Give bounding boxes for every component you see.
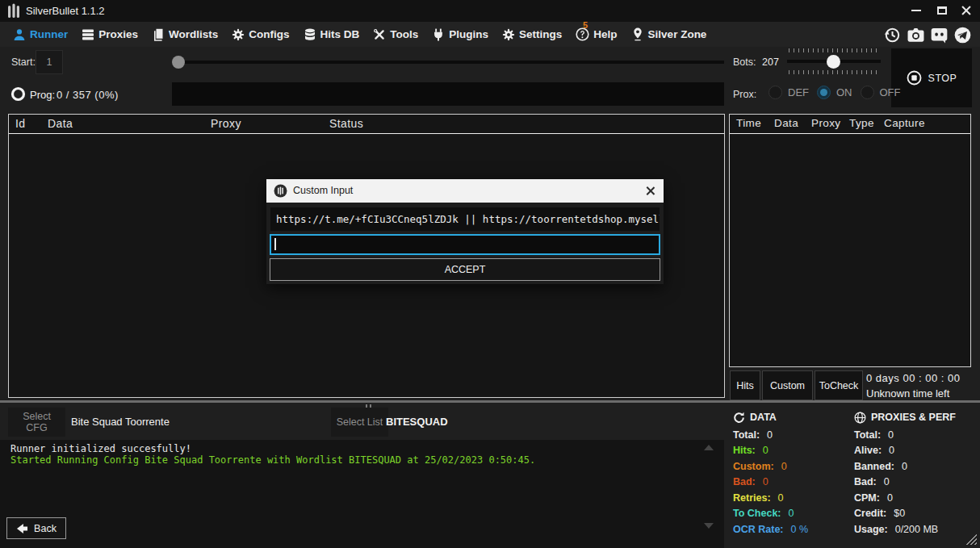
stat-row: Custom:0 xyxy=(733,461,808,472)
progress-label: Prog: xyxy=(30,89,55,101)
radio-label: DEF xyxy=(788,86,809,98)
radio-dot xyxy=(817,86,831,99)
main-slider-handle[interactable] xyxy=(172,56,185,69)
history-icon[interactable] xyxy=(882,25,902,44)
proxy-radio-on[interactable]: ON xyxy=(817,86,852,99)
toolbar-icons xyxy=(882,25,972,44)
scroll-up-arrow[interactable] xyxy=(704,445,714,450)
menu-item-plugins[interactable]: Plugins xyxy=(432,28,488,41)
start-input[interactable] xyxy=(36,50,63,74)
close-icon xyxy=(961,5,972,16)
menu-item-silver-zone[interactable]: Silver Zone xyxy=(631,27,707,41)
select-cfg-button[interactable]: Select CFG xyxy=(8,408,65,437)
close-button[interactable] xyxy=(954,0,978,21)
tab-custom[interactable]: Custom xyxy=(762,370,813,400)
column-header: Data xyxy=(48,117,73,130)
tab-hits[interactable]: Hits xyxy=(730,370,760,400)
stats-data-header: DATA xyxy=(733,410,808,425)
menu-item-label: Plugins xyxy=(449,28,488,40)
main-slider[interactable] xyxy=(172,56,724,69)
proxy-radio-def[interactable]: DEF xyxy=(769,86,809,99)
accept-button[interactable]: ACCEPT xyxy=(270,258,660,281)
menu-bar: Runner Proxies Wordlists Configs Hits DB… xyxy=(0,22,980,47)
stat-value: 0/200 MB xyxy=(895,524,939,535)
radio-label: ON xyxy=(836,86,852,98)
bots-slider-handle[interactable] xyxy=(827,55,840,69)
log-line: Runner initialized succesfully! xyxy=(10,443,724,454)
stat-label: Total: xyxy=(733,429,760,441)
menu-item-proxies[interactable]: Proxies xyxy=(82,28,138,41)
menu-item-configs[interactable]: Configs xyxy=(232,28,289,41)
menu-item-label: Silver Zone xyxy=(648,28,707,40)
progress-value: 0 / 357 (0%) xyxy=(57,89,119,101)
select-list-button[interactable]: Select List xyxy=(331,408,388,437)
minimize-button[interactable] xyxy=(904,0,928,21)
back-arrow-icon xyxy=(16,523,28,534)
results-table-header: Id Data Proxy Status xyxy=(9,115,724,134)
stat-label: CPM: xyxy=(854,492,880,504)
camera-icon[interactable] xyxy=(906,25,925,44)
stop-label: STOP xyxy=(928,73,957,84)
stat-label: Credit: xyxy=(854,508,886,519)
globe-icon xyxy=(854,412,866,424)
discord-icon[interactable] xyxy=(929,25,949,44)
stat-label: Hits: xyxy=(733,445,756,456)
custom-input-field[interactable] xyxy=(270,234,660,255)
stop-button[interactable]: STOP xyxy=(891,48,972,107)
radio-dot xyxy=(769,86,782,99)
menu-item-hits-db[interactable]: Hits DB xyxy=(304,28,360,41)
stat-label: Custom: xyxy=(733,461,774,472)
stop-icon xyxy=(907,70,922,86)
menu-item-runner[interactable]: Runner xyxy=(13,28,68,41)
stat-row: Alive:0 xyxy=(854,445,956,456)
stats-data-column: DATA Total:0 Hits:0 Custom:0 Bad:0 Retri… xyxy=(733,410,808,535)
tab-tocheck[interactable]: ToCheck xyxy=(815,370,863,400)
stat-label: Retries: xyxy=(733,492,771,504)
back-button[interactable]: Back xyxy=(6,517,66,539)
menu-item-settings[interactable]: Settings xyxy=(502,28,562,41)
stat-label: Bad: xyxy=(733,476,756,487)
maximize-icon xyxy=(937,6,947,15)
stats-panel: DATA Total:0 Hits:0 Custom:0 Bad:0 Retri… xyxy=(724,404,980,548)
scroll-down-arrow[interactable] xyxy=(704,523,714,529)
telegram-icon[interactable] xyxy=(953,25,972,44)
stat-value: 0 xyxy=(889,445,894,456)
stat-row: Total:0 xyxy=(733,429,808,441)
start-label: Start: xyxy=(11,56,36,68)
maximize-button[interactable] xyxy=(930,0,954,21)
stat-value: 0 xyxy=(887,492,893,504)
radio-label: OFF xyxy=(880,86,901,98)
stats-data-title: DATA xyxy=(750,412,777,423)
stat-label: Usage: xyxy=(854,524,888,535)
resize-grip[interactable] xyxy=(966,534,977,545)
runner-icon xyxy=(13,28,26,41)
stat-value: 0 xyxy=(763,445,769,456)
dialog-close-icon[interactable] xyxy=(644,185,656,197)
bots-label: Bots: xyxy=(733,56,756,68)
stats-proxies-column: PROXIES & PERF Total:0 Alive:0 Banned:0 … xyxy=(854,410,956,535)
proxy-radio-off[interactable]: OFF xyxy=(861,86,901,99)
menu-item-label: Proxies xyxy=(98,28,138,40)
app-window: SilverBullet 1.1.2 Runner Proxies Wordli… xyxy=(0,0,980,548)
proxy-mode-group: DEF ON OFF xyxy=(769,86,901,99)
menu-item-wordlists[interactable]: Wordlists xyxy=(152,28,218,41)
stat-row: Hits:0 xyxy=(733,445,808,456)
stat-value: 0 xyxy=(781,461,787,472)
menu-item-label: Help xyxy=(593,28,617,40)
bots-slider[interactable] xyxy=(787,48,881,74)
configs-gear-icon xyxy=(232,28,245,41)
hits-table[interactable]: Time Data Proxy Type Capture xyxy=(729,114,971,367)
column-header: Status xyxy=(329,117,363,130)
menu-item-tools[interactable]: Tools xyxy=(373,28,418,41)
menu-item-label: Settings xyxy=(519,28,562,40)
back-label: Back xyxy=(34,523,57,534)
stat-row: Bad:0 xyxy=(854,476,956,487)
splitter-bar[interactable] xyxy=(0,400,980,403)
log-output[interactable]: Runner initialized succesfully! Started … xyxy=(0,440,724,548)
wordlist-name: BITESQUAD xyxy=(386,408,448,437)
silverbullet-logo-icon xyxy=(7,3,22,19)
stat-value: 0 % xyxy=(791,524,809,535)
hits-db-icon xyxy=(304,28,316,41)
dialog-title: Custom Input xyxy=(293,179,353,203)
config-name: Bite Squad Toorrente xyxy=(71,408,170,437)
